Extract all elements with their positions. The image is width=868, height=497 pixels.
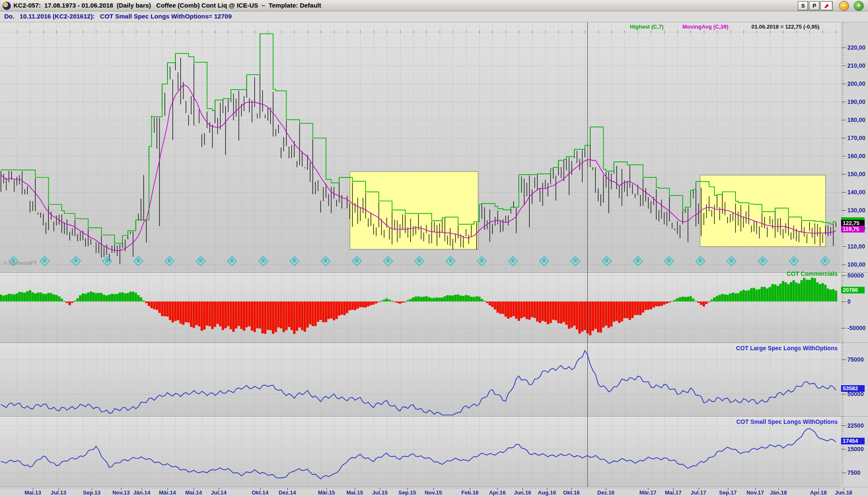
time-axis-label: Mai.13	[24, 489, 41, 496]
commercials-axis-label: 0	[847, 298, 851, 305]
commercials-axis-label: -50000	[847, 325, 866, 331]
large-spec-value-marker: 53582	[841, 385, 865, 392]
price-axis-label: 170,00	[847, 135, 865, 141]
time-axis-label: Mai.17	[665, 489, 682, 496]
time-axis-label: Nov.15	[425, 489, 442, 496]
last-quote-label: 01.06.2018 = 122,75 (-0,95)	[751, 24, 820, 30]
indicator-highest-label[interactable]: Highest (C,7)	[630, 24, 664, 30]
time-axis-label: Aug.16	[538, 489, 556, 496]
price-axis-label: 220,00	[847, 44, 865, 51]
pane-title-cot-large-spec[interactable]: COT Large Spec Longs WithOptions	[736, 345, 838, 352]
time-axis-label: Jun.18	[835, 489, 852, 496]
small-spec-axis-label: 22500	[847, 422, 864, 429]
time-axis-label: Sep.17	[719, 489, 737, 496]
time-axis-label: Mär.15	[318, 489, 335, 496]
title-bar[interactable]: KC2-057: 17.08.1973 - 01.06.2018 (Daily …	[0, 0, 868, 11]
zoom-in-button[interactable]: +	[854, 1, 864, 11]
time-axis-label: Dez.16	[597, 489, 614, 496]
time-axis-label: Okt.14	[252, 489, 268, 496]
commercials-value-marker: 20786	[841, 287, 865, 293]
price-axis-label: 110,00	[847, 243, 865, 250]
cursor-info-text: Do. 10.11.2016 (KC2-201612): COT Small S…	[4, 13, 231, 20]
time-axis-label: Mai.14	[185, 489, 202, 496]
small-spec-axis-label: 15000	[847, 446, 864, 452]
time-axis-label: Jul.14	[211, 489, 227, 496]
time-axis-label: Jän.14	[133, 489, 150, 496]
time-axis-label: Jul.13	[51, 489, 66, 496]
price-axis-label: 180,00	[847, 116, 865, 123]
time-axis-label: Dez.14	[279, 489, 296, 496]
time-axis-label: Okt.16	[563, 489, 580, 496]
small-spec-value-marker: 17454	[841, 438, 865, 444]
large-spec-axis-label: 75000	[847, 356, 864, 363]
chart-window: KC2-057: 17.08.1973 - 01.06.2018 (Daily …	[0, 0, 868, 497]
time-axis-label: Jun.16	[514, 489, 531, 496]
price-axis-label: 160,00	[847, 153, 865, 159]
settings-button[interactable]: S	[798, 1, 808, 11]
price-axis-label: 150,00	[847, 171, 865, 177]
print-button[interactable]: P	[809, 1, 820, 11]
time-axis-label: Jul.17	[691, 489, 706, 496]
pane-title-cot-commercials[interactable]: COT Commercials	[787, 270, 838, 277]
time-axis-label: Apr.16	[489, 489, 506, 496]
pane-title-cot-small-spec[interactable]: COT Small Spec Longs WithOptions	[736, 418, 838, 425]
movingavg-value-marker: 119,75	[841, 226, 865, 233]
price-axis-label: 140,00	[847, 189, 865, 196]
info-bar: Do. 10.11.2016 (KC2-201612): COT Small S…	[0, 11, 868, 22]
time-axis-label: Mai.15	[346, 489, 363, 496]
indicator-movingavg-label[interactable]: MovingAvg (C,39)	[682, 24, 728, 30]
small-spec-axis-label: 7500	[847, 469, 860, 476]
app-icon	[3, 2, 11, 10]
time-axis-label: Sep.13	[83, 489, 101, 496]
time-axis-label: Jän.18	[770, 489, 787, 496]
price-axis-label: 210,00	[847, 62, 865, 69]
price-axis-label: 190,00	[847, 98, 865, 105]
time-axis-label: Nov.13	[112, 489, 130, 496]
window-title: KC2-057: 17.08.1973 - 01.06.2018 (Daily …	[13, 2, 321, 9]
price-axis-label: 100,00	[847, 261, 865, 268]
time-axis-label: Jul.15	[372, 489, 388, 496]
expand-window-icon[interactable]: ⬈	[820, 1, 833, 11]
price-axis-label: 130,00	[847, 207, 865, 214]
commercials-axis-label: 50000	[847, 272, 864, 279]
time-axis-label: Nov.17	[746, 489, 764, 496]
time-axis-label: Apr.18	[810, 489, 827, 496]
time-axis-label: Sep.15	[398, 489, 416, 496]
time-axis-label: Feb.16	[461, 489, 478, 496]
genesisft-watermark: © GenesisFT	[3, 260, 37, 266]
price-axis-label: 200,00	[847, 80, 865, 87]
zoom-out-button[interactable]: −	[839, 1, 849, 11]
time-axis-label: Mär.14	[159, 489, 176, 496]
time-axis-label: Mär.17	[640, 489, 656, 496]
